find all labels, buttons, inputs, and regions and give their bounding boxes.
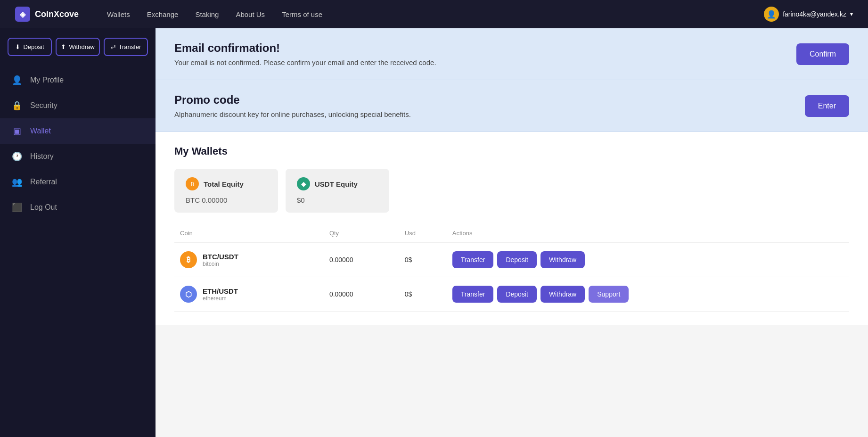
transfer-button[interactable]: ⇄ Transfer: [104, 38, 148, 56]
btc-qty: 0.00000: [329, 256, 353, 264]
usdt-equity-label: USDT Equity: [315, 180, 358, 188]
chevron-down-icon: ▾: [850, 11, 853, 17]
enter-promo-button[interactable]: Enter: [805, 95, 849, 117]
sidebar-label-my-profile: My Profile: [30, 76, 64, 84]
withdraw-icon: ⬆: [61, 43, 66, 50]
referral-icon: 👥: [11, 177, 23, 187]
history-icon: 🕐: [11, 151, 23, 162]
deposit-label: Deposit: [23, 43, 44, 50]
sidebar-label-history: History: [30, 152, 54, 161]
logout-icon: ⬛: [11, 202, 23, 213]
email-confirmation-banner: Email confirmation! Your email is not co…: [156, 28, 868, 80]
logo-text: CoinXcove: [35, 9, 79, 19]
btc-actions: Transfer Deposit Withdraw: [452, 251, 843, 268]
btc-usd: 0$: [405, 256, 412, 264]
col-coin: Coin: [174, 226, 324, 243]
email-banner-description: Your email is not confirmed. Please conf…: [174, 58, 436, 66]
btc-transfer-button[interactable]: Transfer: [452, 251, 494, 268]
promo-code-banner: Promo code Alphanumeric discount key for…: [156, 80, 868, 132]
sidebar-label-logout: Log Out: [30, 203, 57, 212]
sidebar-label-wallet: Wallet: [30, 127, 51, 135]
table-row: ⬡ ETH/USDT ethereum 0.00000 0$: [174, 277, 849, 312]
nav-wallets[interactable]: Wallets: [107, 10, 130, 18]
sidebar: ⬇ Deposit ⬆ Withdraw ⇄ Transfer 👤 My Pro…: [0, 28, 156, 437]
sidebar-item-wallet[interactable]: ▣ Wallet: [0, 118, 156, 144]
email-banner-title: Email confirmation!: [174, 41, 436, 55]
total-equity-header: ₿ Total Equity: [186, 177, 267, 190]
main-nav: Wallets Exchange Staking About Us Terms …: [107, 10, 764, 18]
user-avatar-icon: 👤: [764, 7, 779, 22]
sidebar-label-security: Security: [30, 101, 57, 110]
btc-equity-icon: ₿: [186, 177, 199, 190]
btc-coin-cell: ₿ BTC/USDT bitcoin: [180, 251, 318, 268]
sidebar-item-history[interactable]: 🕐 History: [0, 144, 156, 169]
eth-coin-cell: ⬡ ETH/USDT ethereum: [180, 286, 318, 303]
confirm-button[interactable]: Confirm: [796, 43, 849, 65]
equity-cards: ₿ Total Equity BTC 0.00000 ◆ USDT Equity…: [174, 169, 849, 213]
eth-coin-icon: ⬡: [180, 286, 197, 303]
table-body: ₿ BTC/USDT bitcoin 0.00000 0$: [174, 243, 849, 312]
col-usd: Usd: [399, 226, 447, 243]
sidebar-item-my-profile[interactable]: 👤 My Profile: [0, 67, 156, 93]
eth-actions: Transfer Deposit Withdraw Support: [452, 286, 843, 303]
header: ◈ CoinXcove Wallets Exchange Staking Abo…: [0, 0, 868, 28]
usdt-equity-value: $0: [297, 196, 378, 204]
eth-support-button[interactable]: Support: [589, 286, 629, 303]
nav-terms[interactable]: Terms of use: [282, 10, 322, 18]
table-header: Coin Qty Usd Actions: [174, 226, 849, 243]
col-actions: Actions: [447, 226, 849, 243]
nav-exchange[interactable]: Exchange: [147, 10, 179, 18]
eth-deposit-button[interactable]: Deposit: [497, 286, 536, 303]
total-equity-label: Total Equity: [204, 180, 244, 188]
btc-coin-icon: ₿: [180, 251, 197, 268]
deposit-icon: ⬇: [15, 43, 20, 50]
lock-icon: 🔒: [11, 100, 23, 111]
eth-withdraw-button[interactable]: Withdraw: [540, 286, 585, 303]
main-layout: ⬇ Deposit ⬆ Withdraw ⇄ Transfer 👤 My Pro…: [0, 28, 868, 437]
btc-coin-info: BTC/USDT bitcoin: [203, 253, 238, 267]
email-banner-text: Email confirmation! Your email is not co…: [174, 41, 436, 66]
withdraw-label: Withdraw: [69, 43, 94, 50]
btc-coin-name: BTC/USDT: [203, 253, 238, 261]
user-email: farino4ka@yandex.kz: [783, 10, 846, 18]
eth-usd: 0$: [405, 290, 412, 298]
btc-withdraw-button[interactable]: Withdraw: [540, 251, 585, 268]
nav-staking[interactable]: Staking: [195, 10, 219, 18]
sidebar-item-logout[interactable]: ⬛ Log Out: [0, 195, 156, 220]
sidebar-actions: ⬇ Deposit ⬆ Withdraw ⇄ Transfer: [0, 38, 156, 67]
transfer-label: Transfer: [119, 43, 141, 50]
usdt-equity-header: ◆ USDT Equity: [297, 177, 378, 190]
eth-coin-info: ETH/USDT ethereum: [203, 287, 238, 302]
person-icon: 👤: [11, 75, 23, 85]
logo-icon: ◈: [15, 7, 30, 22]
usdt-equity-card: ◆ USDT Equity $0: [286, 169, 389, 213]
total-equity-value: BTC 0.00000: [186, 196, 267, 204]
total-equity-card: ₿ Total Equity BTC 0.00000: [174, 169, 278, 213]
eth-coin-sub: ethereum: [203, 295, 238, 302]
promo-banner-title: Promo code: [174, 93, 411, 107]
sidebar-item-referral[interactable]: 👥 Referral: [0, 169, 156, 195]
logo-area: ◈ CoinXcove: [15, 7, 79, 22]
user-menu[interactable]: 👤 farino4ka@yandex.kz ▾: [764, 7, 853, 22]
wallet-icon: ▣: [11, 126, 23, 136]
promo-banner-description: Alphanumeric discount key for online pur…: [174, 110, 411, 118]
btc-deposit-button[interactable]: Deposit: [497, 251, 536, 268]
usdt-equity-icon: ◆: [297, 177, 310, 190]
eth-qty: 0.00000: [329, 290, 353, 298]
btc-coin-sub: bitcoin: [203, 261, 238, 267]
withdraw-button[interactable]: ⬆ Withdraw: [56, 38, 100, 56]
deposit-button[interactable]: ⬇ Deposit: [8, 38, 52, 56]
sidebar-label-referral: Referral: [30, 178, 57, 186]
promo-banner-text: Promo code Alphanumeric discount key for…: [174, 93, 411, 118]
wallets-section: My Wallets ₿ Total Equity BTC 0.00000 ◆ …: [156, 132, 868, 325]
nav-about[interactable]: About Us: [236, 10, 265, 18]
wallet-table: Coin Qty Usd Actions ₿ BTC/USDT: [174, 226, 849, 312]
table-row: ₿ BTC/USDT bitcoin 0.00000 0$: [174, 243, 849, 277]
eth-transfer-button[interactable]: Transfer: [452, 286, 494, 303]
col-qty: Qty: [324, 226, 399, 243]
transfer-icon: ⇄: [111, 43, 116, 50]
sidebar-nav: 👤 My Profile 🔒 Security ▣ Wallet 🕐 Histo…: [0, 67, 156, 220]
sidebar-item-security[interactable]: 🔒 Security: [0, 93, 156, 118]
eth-coin-name: ETH/USDT: [203, 287, 238, 295]
wallets-title: My Wallets: [174, 145, 849, 157]
